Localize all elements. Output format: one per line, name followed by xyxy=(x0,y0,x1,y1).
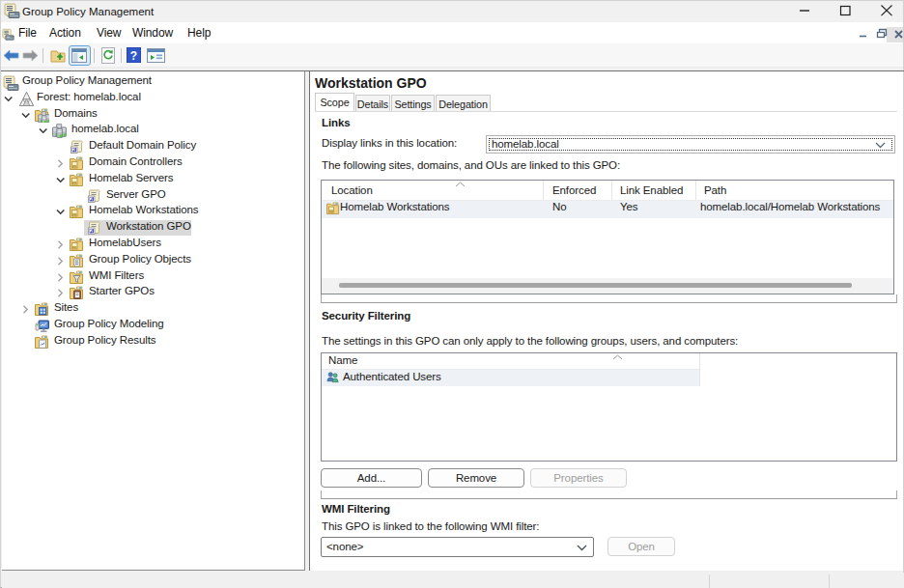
svg-text:?: ? xyxy=(130,49,137,63)
